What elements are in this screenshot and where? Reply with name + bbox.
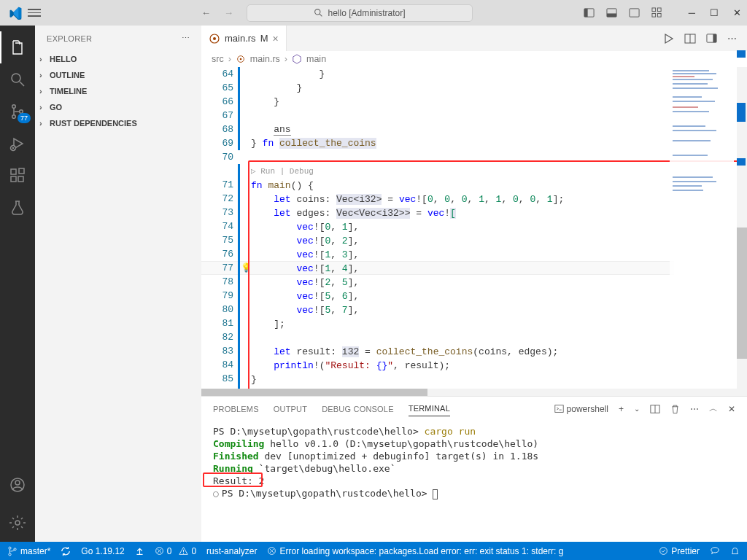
sidebar-section-rust-dependencies[interactable]: ›RUST DEPENDENCIES bbox=[35, 115, 201, 131]
status-notifications-icon[interactable] bbox=[730, 546, 740, 556]
status-go-version[interactable]: Go 1.19.12 bbox=[81, 546, 124, 556]
split-editor-icon[interactable] bbox=[684, 33, 696, 44]
panel-tab-bar: PROBLEMS OUTPUT DEBUG CONSOLE TERMINAL p… bbox=[201, 397, 747, 421]
activity-search-icon[interactable] bbox=[0, 63, 35, 96]
svg-point-31 bbox=[240, 58, 242, 61]
terminal-kill-icon[interactable] bbox=[670, 404, 680, 414]
sidebar-section-outline[interactable]: ›OUTLINE bbox=[35, 67, 201, 83]
svg-rect-18 bbox=[11, 176, 16, 182]
terminal-scrollbar[interactable] bbox=[737, 50, 746, 539]
activity-debug-icon[interactable] bbox=[0, 128, 35, 160]
title-bar: ← → hello [Administrator] ─ ☐ ✕ bbox=[0, 0, 747, 26]
window-close-icon[interactable]: ✕ bbox=[733, 7, 741, 18]
window-maximize-icon[interactable]: ☐ bbox=[710, 7, 719, 18]
tab-main-rs[interactable]: main.rs M × bbox=[201, 26, 287, 51]
svg-rect-32 bbox=[554, 405, 562, 413]
svg-rect-3 bbox=[584, 9, 588, 17]
panel-tab-debug[interactable]: DEBUG CONSOLE bbox=[322, 402, 394, 416]
activity-testing-icon[interactable] bbox=[0, 192, 35, 224]
status-error-message[interactable]: Error loading workspace: packages.Load e… bbox=[267, 546, 563, 556]
svg-point-35 bbox=[9, 547, 11, 549]
nav-forward-icon[interactable]: → bbox=[224, 7, 233, 18]
svg-rect-6 bbox=[630, 9, 639, 17]
svg-point-25 bbox=[213, 37, 216, 40]
window-minimize-icon[interactable]: ─ bbox=[689, 7, 695, 18]
svg-point-13 bbox=[12, 105, 16, 109]
tab-modified-indicator: M bbox=[260, 33, 268, 44]
svg-point-14 bbox=[12, 115, 16, 119]
panel-more-icon[interactable]: ⋯ bbox=[690, 404, 699, 414]
layout-customize-icon[interactable] bbox=[651, 7, 662, 18]
explorer-more-icon[interactable]: ⋯ bbox=[182, 34, 190, 43]
scm-badge: 77 bbox=[18, 113, 31, 123]
search-icon bbox=[314, 8, 323, 18]
error-icon bbox=[155, 546, 164, 556]
panel-tab-terminal[interactable]: TERMINAL bbox=[409, 401, 450, 416]
terminal-split-chevron-icon[interactable]: ⌄ bbox=[634, 405, 640, 413]
svg-line-12 bbox=[20, 82, 24, 86]
run-icon[interactable] bbox=[662, 33, 674, 44]
search-text: hello [Administrator] bbox=[328, 8, 405, 18]
hamburger-menu-icon[interactable] bbox=[28, 7, 41, 20]
editor-scrollbar-horizontal[interactable] bbox=[201, 389, 747, 396]
layout-sidebar-right-icon[interactable] bbox=[629, 7, 640, 18]
terminal-shell-selector[interactable]: powershell bbox=[554, 404, 608, 414]
rust-file-icon bbox=[236, 54, 246, 64]
nav-back-icon[interactable]: ← bbox=[201, 7, 211, 18]
breadcrumbs[interactable]: src› main.rs› main bbox=[201, 51, 747, 67]
panel-tab-problems[interactable]: PROBLEMS bbox=[213, 402, 259, 416]
terminal-content[interactable]: PS D:\mysetup\gopath\rustcode\hello> car… bbox=[201, 421, 747, 542]
sidebar-section-hello[interactable]: ›HELLO bbox=[35, 51, 201, 67]
activity-extensions-icon[interactable] bbox=[0, 160, 35, 192]
command-center-search[interactable]: hello [Administrator] bbox=[247, 4, 473, 22]
status-sync-icon[interactable] bbox=[61, 546, 71, 556]
sidebar-section-go[interactable]: ›GO bbox=[35, 99, 201, 115]
editor-area: main.rs M × ⋯ src› main.rs› main 6465666… bbox=[201, 26, 747, 542]
error-icon bbox=[267, 546, 276, 556]
panel-close-icon[interactable]: ✕ bbox=[728, 404, 735, 414]
svg-point-36 bbox=[9, 553, 11, 555]
terminal-cursor bbox=[433, 489, 438, 499]
activity-account-icon[interactable] bbox=[0, 469, 35, 501]
rust-file-icon bbox=[209, 33, 220, 44]
svg-point-0 bbox=[315, 9, 320, 15]
sidebar-section-timeline[interactable]: ›TIMELINE bbox=[35, 83, 201, 99]
svg-rect-20 bbox=[19, 168, 24, 174]
editor-more-icon[interactable]: ⋯ bbox=[727, 33, 737, 44]
status-go-update-icon[interactable] bbox=[135, 546, 144, 556]
activity-explorer-icon[interactable] bbox=[0, 31, 35, 63]
status-feedback-icon[interactable] bbox=[710, 546, 720, 556]
split-editor-right-icon[interactable] bbox=[706, 33, 717, 44]
svg-point-40 bbox=[183, 553, 184, 553]
svg-rect-8 bbox=[657, 8, 661, 12]
panel-chevron-up-icon[interactable]: ︿ bbox=[709, 402, 718, 415]
status-rust-analyzer[interactable]: rust-analyzer bbox=[206, 546, 257, 556]
explorer-sidebar: EXPLORER ⋯ ›HELLO ›OUTLINE ›TIMELINE ›GO… bbox=[35, 26, 201, 542]
git-branch-icon bbox=[7, 546, 18, 556]
svg-rect-19 bbox=[18, 176, 23, 182]
terminal-new-icon[interactable]: + bbox=[619, 404, 624, 414]
status-branch[interactable]: master* bbox=[7, 546, 50, 556]
status-problems[interactable]: 0 0 bbox=[155, 546, 196, 556]
panel-tab-output[interactable]: OUTPUT bbox=[274, 402, 307, 416]
layout-sidebar-left-icon[interactable] bbox=[584, 7, 595, 18]
layout-panel-icon[interactable] bbox=[606, 7, 617, 18]
svg-rect-9 bbox=[652, 13, 656, 17]
tab-close-icon[interactable]: × bbox=[272, 33, 278, 44]
terminal-icon bbox=[554, 404, 564, 413]
svg-point-11 bbox=[12, 74, 20, 82]
bottom-panel: PROBLEMS OUTPUT DEBUG CONSOLE TERMINAL p… bbox=[201, 396, 747, 542]
activity-settings-icon[interactable] bbox=[0, 507, 35, 539]
annotation-red-box-result bbox=[203, 472, 263, 487]
terminal-split-icon[interactable] bbox=[650, 404, 660, 414]
minimap[interactable] bbox=[670, 67, 734, 300]
svg-rect-29 bbox=[713, 34, 716, 42]
symbol-function-icon bbox=[292, 54, 302, 64]
status-prettier[interactable]: Prettier bbox=[659, 546, 700, 556]
activity-scm-icon[interactable]: 77 bbox=[0, 96, 35, 128]
code-editor[interactable]: 6465666768697071727374757677787980818283… bbox=[201, 67, 747, 389]
svg-rect-5 bbox=[607, 13, 616, 17]
prompt-circle-icon: ○ bbox=[213, 488, 219, 499]
svg-rect-10 bbox=[657, 13, 661, 17]
line-number-gutter: 6465666768697071727374757677787980818283… bbox=[201, 67, 238, 389]
